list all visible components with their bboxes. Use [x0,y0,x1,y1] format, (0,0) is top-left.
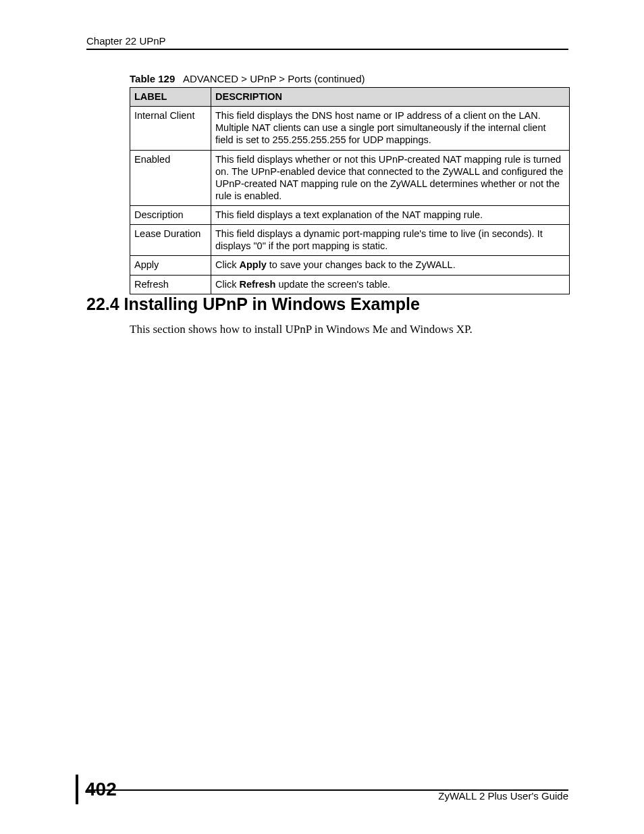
section-body: This section shows how to install UPnP i… [130,323,568,336]
cell-label: Internal Client [130,107,211,150]
section-heading: 22.4 Installing UPnP in Windows Example [86,294,568,314]
cell-description: This field displays a dynamic port-mappi… [211,225,570,256]
desc-post: to save your changes back to the ZyWALL. [267,259,456,270]
cell-label: Enabled [130,150,211,206]
table-row: Internal Client This field displays the … [130,107,570,150]
table-caption-number: Table 129 [130,73,175,84]
desc-bold: Apply [239,259,266,270]
running-header: Chapter 22 UPnP [86,35,568,47]
th-label: LABEL [130,88,211,107]
cell-label: Refresh [130,275,211,294]
table-header-row: LABEL DESCRIPTION [130,88,570,107]
footer-left: 402 [76,775,117,804]
table-row: Lease Duration This field displays a dyn… [130,225,570,256]
desc-pre: Click [215,259,239,270]
footer-accent-bar [76,775,78,804]
table-caption: Table 129 ADVANCED > UPnP > Ports (conti… [130,73,570,84]
cell-label: Apply [130,256,211,275]
table-129: Table 129 ADVANCED > UPnP > Ports (conti… [130,73,570,294]
footer-guide-name: ZyWALL 2 Plus User's Guide [438,790,568,802]
desc-pre: Click [215,279,239,290]
cell-description: This field displays a text explanation o… [211,206,570,225]
th-description: DESCRIPTION [211,88,570,107]
table-row: Apply Click Apply to save your changes b… [130,256,570,275]
cell-label: Description [130,206,211,225]
table-row: Refresh Click Refresh update the screen'… [130,275,570,294]
cell-description: This field displays whether or not this … [211,150,570,206]
table-row: Description This field displays a text e… [130,206,570,225]
cell-description: Click Refresh update the screen's table. [211,275,570,294]
desc-post: update the screen's table. [275,279,390,290]
table-row: Enabled This field displays whether or n… [130,150,570,206]
params-table: LABEL DESCRIPTION Internal Client This f… [130,87,570,294]
header-rule [86,49,568,50]
cell-label: Lease Duration [130,225,211,256]
cell-description: This field displays the DNS host name or… [211,107,570,150]
table-caption-text: ADVANCED > UPnP > Ports (continued) [183,73,365,84]
page-number: 402 [85,779,117,800]
cell-description: Click Apply to save your changes back to… [211,256,570,275]
desc-bold: Refresh [239,279,275,290]
